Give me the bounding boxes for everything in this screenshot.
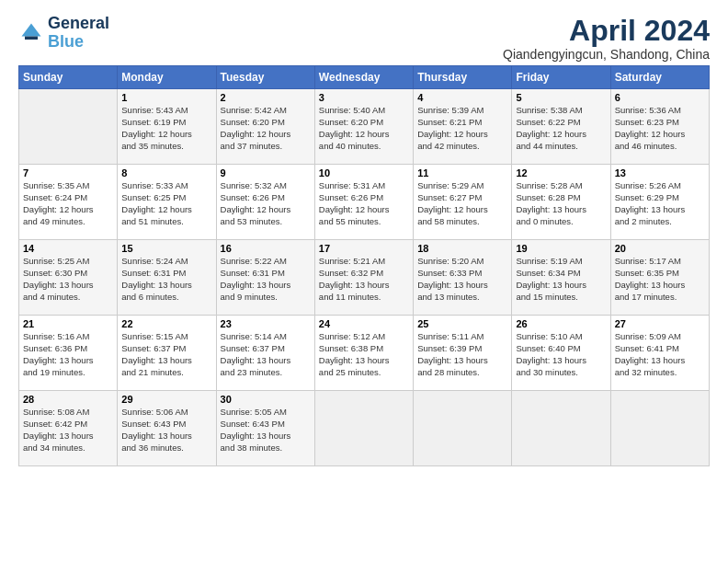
calendar-cell: 22Sunrise: 5:15 AMSunset: 6:37 PMDayligh… xyxy=(118,316,216,391)
calendar-cell: 24Sunrise: 5:12 AMSunset: 6:38 PMDayligh… xyxy=(314,316,413,391)
day-info: Sunrise: 5:29 AMSunset: 6:27 PMDaylight:… xyxy=(417,180,507,227)
day-number: 8 xyxy=(121,167,211,178)
page-container: General Blue April 2024 Qiandengyingcun,… xyxy=(0,0,728,476)
day-info: Sunrise: 5:31 AMSunset: 6:26 PMDaylight:… xyxy=(319,180,409,227)
calendar-cell: 5Sunrise: 5:38 AMSunset: 6:22 PMDaylight… xyxy=(512,89,610,165)
calendar-cell: 29Sunrise: 5:06 AMSunset: 6:43 PMDayligh… xyxy=(118,391,216,466)
calendar-cell: 14Sunrise: 5:25 AMSunset: 6:30 PMDayligh… xyxy=(19,240,118,316)
day-info: Sunrise: 5:32 AMSunset: 6:26 PMDaylight:… xyxy=(221,180,311,227)
logo-text: General Blue xyxy=(48,15,109,52)
day-info: Sunrise: 5:15 AMSunset: 6:37 PMDaylight:… xyxy=(121,331,211,378)
day-number: 3 xyxy=(319,92,409,103)
calendar-cell: 7Sunrise: 5:35 AMSunset: 6:24 PMDaylight… xyxy=(19,165,118,240)
calendar-cell xyxy=(314,391,413,466)
day-info: Sunrise: 5:38 AMSunset: 6:22 PMDaylight:… xyxy=(516,105,606,152)
weekday-header-saturday: Saturday xyxy=(610,66,709,89)
day-info: Sunrise: 5:39 AMSunset: 6:21 PMDaylight:… xyxy=(417,105,507,152)
calendar-cell: 21Sunrise: 5:16 AMSunset: 6:36 PMDayligh… xyxy=(19,316,118,391)
day-number: 29 xyxy=(121,394,211,405)
day-info: Sunrise: 5:26 AMSunset: 6:29 PMDaylight:… xyxy=(615,180,705,227)
day-number: 12 xyxy=(516,167,606,178)
calendar-week-row: 21Sunrise: 5:16 AMSunset: 6:36 PMDayligh… xyxy=(19,316,710,391)
calendar-cell: 9Sunrise: 5:32 AMSunset: 6:26 PMDaylight… xyxy=(216,165,314,240)
weekday-header-thursday: Thursday xyxy=(414,66,512,89)
svg-marker-0 xyxy=(22,23,41,36)
day-number: 6 xyxy=(615,92,705,103)
calendar-cell xyxy=(19,89,118,165)
day-number: 18 xyxy=(417,243,507,254)
calendar-cell: 30Sunrise: 5:05 AMSunset: 6:43 PMDayligh… xyxy=(216,391,314,466)
calendar-cell: 23Sunrise: 5:14 AMSunset: 6:37 PMDayligh… xyxy=(216,316,314,391)
title-block: April 2024 Qiandengyingcun, Shandong, Ch… xyxy=(503,15,710,62)
logo: General Blue xyxy=(18,15,109,52)
month-title: April 2024 xyxy=(503,15,710,47)
calendar-cell: 8Sunrise: 5:33 AMSunset: 6:25 PMDaylight… xyxy=(118,165,216,240)
calendar-cell: 28Sunrise: 5:08 AMSunset: 6:42 PMDayligh… xyxy=(19,391,118,466)
day-info: Sunrise: 5:40 AMSunset: 6:20 PMDaylight:… xyxy=(319,105,409,152)
day-number: 17 xyxy=(319,243,409,254)
header: General Blue April 2024 Qiandengyingcun,… xyxy=(18,15,710,62)
calendar-week-row: 14Sunrise: 5:25 AMSunset: 6:30 PMDayligh… xyxy=(19,240,710,316)
day-number: 20 xyxy=(615,243,705,254)
calendar-cell: 1Sunrise: 5:43 AMSunset: 6:19 PMDaylight… xyxy=(118,89,216,165)
calendar-cell: 2Sunrise: 5:42 AMSunset: 6:20 PMDaylight… xyxy=(216,89,314,165)
day-number: 28 xyxy=(23,394,113,405)
day-info: Sunrise: 5:35 AMSunset: 6:24 PMDaylight:… xyxy=(23,180,113,227)
day-number: 5 xyxy=(516,92,606,103)
calendar-cell: 15Sunrise: 5:24 AMSunset: 6:31 PMDayligh… xyxy=(118,240,216,316)
day-number: 7 xyxy=(23,167,113,178)
calendar-week-row: 1Sunrise: 5:43 AMSunset: 6:19 PMDaylight… xyxy=(19,89,710,165)
day-info: Sunrise: 5:36 AMSunset: 6:23 PMDaylight:… xyxy=(615,105,705,152)
day-info: Sunrise: 5:43 AMSunset: 6:19 PMDaylight:… xyxy=(121,105,211,152)
day-number: 30 xyxy=(221,394,311,405)
calendar-cell: 10Sunrise: 5:31 AMSunset: 6:26 PMDayligh… xyxy=(314,165,413,240)
day-number: 9 xyxy=(221,167,311,178)
calendar-cell: 20Sunrise: 5:17 AMSunset: 6:35 PMDayligh… xyxy=(610,240,709,316)
svg-rect-1 xyxy=(25,36,38,40)
weekday-header-friday: Friday xyxy=(512,66,610,89)
day-info: Sunrise: 5:14 AMSunset: 6:37 PMDaylight:… xyxy=(221,331,311,378)
calendar-cell: 19Sunrise: 5:19 AMSunset: 6:34 PMDayligh… xyxy=(512,240,610,316)
day-number: 1 xyxy=(121,92,211,103)
calendar-cell: 25Sunrise: 5:11 AMSunset: 6:39 PMDayligh… xyxy=(414,316,512,391)
location: Qiandengyingcun, Shandong, China xyxy=(503,47,710,62)
calendar-cell xyxy=(610,391,709,466)
day-info: Sunrise: 5:42 AMSunset: 6:20 PMDaylight:… xyxy=(221,105,311,152)
logo-icon xyxy=(18,20,44,46)
day-number: 26 xyxy=(516,318,606,329)
calendar-cell: 27Sunrise: 5:09 AMSunset: 6:41 PMDayligh… xyxy=(610,316,709,391)
day-info: Sunrise: 5:24 AMSunset: 6:31 PMDaylight:… xyxy=(121,256,211,303)
day-number: 14 xyxy=(23,243,113,254)
day-number: 2 xyxy=(221,92,311,103)
calendar-cell: 4Sunrise: 5:39 AMSunset: 6:21 PMDaylight… xyxy=(414,89,512,165)
day-info: Sunrise: 5:25 AMSunset: 6:30 PMDaylight:… xyxy=(23,256,113,303)
calendar-cell: 12Sunrise: 5:28 AMSunset: 6:28 PMDayligh… xyxy=(512,165,610,240)
calendar-week-row: 7Sunrise: 5:35 AMSunset: 6:24 PMDaylight… xyxy=(19,165,710,240)
day-info: Sunrise: 5:19 AMSunset: 6:34 PMDaylight:… xyxy=(516,256,606,303)
day-info: Sunrise: 5:21 AMSunset: 6:32 PMDaylight:… xyxy=(319,256,409,303)
calendar-cell: 16Sunrise: 5:22 AMSunset: 6:31 PMDayligh… xyxy=(216,240,314,316)
calendar-cell xyxy=(414,391,512,466)
calendar-cell: 26Sunrise: 5:10 AMSunset: 6:40 PMDayligh… xyxy=(512,316,610,391)
calendar-week-row: 28Sunrise: 5:08 AMSunset: 6:42 PMDayligh… xyxy=(19,391,710,466)
calendar-cell: 17Sunrise: 5:21 AMSunset: 6:32 PMDayligh… xyxy=(314,240,413,316)
day-info: Sunrise: 5:11 AMSunset: 6:39 PMDaylight:… xyxy=(417,331,507,378)
day-info: Sunrise: 5:28 AMSunset: 6:28 PMDaylight:… xyxy=(516,180,606,227)
day-number: 13 xyxy=(615,167,705,178)
day-number: 15 xyxy=(121,243,211,254)
calendar-cell: 13Sunrise: 5:26 AMSunset: 6:29 PMDayligh… xyxy=(610,165,709,240)
day-info: Sunrise: 5:16 AMSunset: 6:36 PMDaylight:… xyxy=(23,331,113,378)
day-info: Sunrise: 5:10 AMSunset: 6:40 PMDaylight:… xyxy=(516,331,606,378)
day-number: 11 xyxy=(417,167,507,178)
calendar-cell xyxy=(512,391,610,466)
calendar-cell: 11Sunrise: 5:29 AMSunset: 6:27 PMDayligh… xyxy=(414,165,512,240)
weekday-header-monday: Monday xyxy=(118,66,216,89)
day-number: 25 xyxy=(417,318,507,329)
weekday-header-tuesday: Tuesday xyxy=(216,66,314,89)
day-info: Sunrise: 5:05 AMSunset: 6:43 PMDaylight:… xyxy=(221,407,311,454)
day-info: Sunrise: 5:08 AMSunset: 6:42 PMDaylight:… xyxy=(23,407,113,454)
day-number: 27 xyxy=(615,318,705,329)
day-info: Sunrise: 5:12 AMSunset: 6:38 PMDaylight:… xyxy=(319,331,409,378)
calendar-cell: 3Sunrise: 5:40 AMSunset: 6:20 PMDaylight… xyxy=(314,89,413,165)
day-info: Sunrise: 5:20 AMSunset: 6:33 PMDaylight:… xyxy=(417,256,507,303)
